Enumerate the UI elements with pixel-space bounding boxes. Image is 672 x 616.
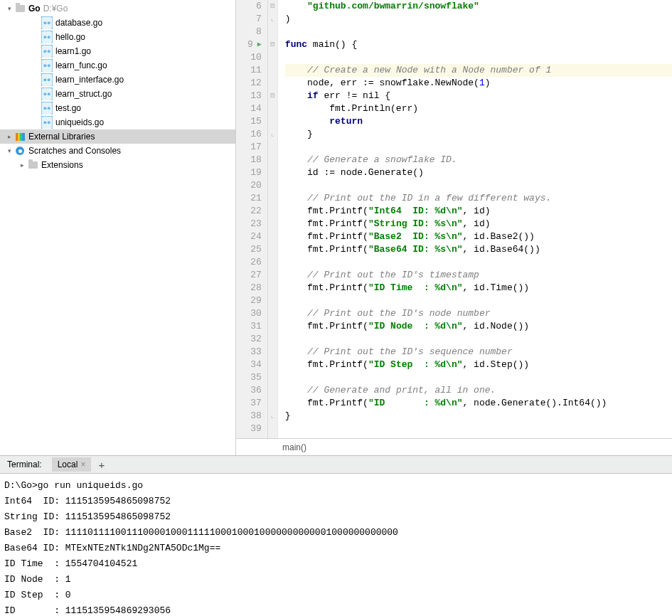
fold-marker[interactable] bbox=[268, 77, 277, 90]
terminal-line: ID Node : 1 bbox=[4, 572, 672, 588]
code-line[interactable]: fmt.Printf("Base2 ID: %s\n", id.Base2()) bbox=[285, 230, 672, 243]
breadcrumb[interactable]: main() bbox=[236, 438, 672, 455]
file-test-go[interactable]: ▸test.go bbox=[0, 101, 235, 115]
code-line[interactable]: // Create a new Node with a Node number … bbox=[285, 64, 672, 77]
fold-marker[interactable] bbox=[268, 359, 277, 371]
fold-marker[interactable] bbox=[268, 333, 277, 346]
fold-marker[interactable] bbox=[268, 423, 277, 435]
add-terminal-button[interactable]: + bbox=[91, 459, 112, 471]
code-line[interactable]: return bbox=[285, 115, 672, 128]
terminal-output[interactable]: D:\Go>go run uniqueids.goInt64 ID: 11151… bbox=[0, 474, 672, 616]
fold-marker[interactable] bbox=[268, 102, 277, 115]
code-line[interactable] bbox=[285, 26, 672, 38]
scratches-consoles[interactable]: ▾ Scratches and Consoles bbox=[0, 144, 235, 158]
code-editor[interactable]: "github.com/bwmarrin/snowflake")func mai… bbox=[278, 0, 672, 438]
file-uniqueids-go[interactable]: ▸uniqueids.go bbox=[0, 115, 235, 129]
extensions-folder[interactable]: ▸ Extensions bbox=[0, 158, 235, 172]
fold-marker[interactable] bbox=[268, 205, 277, 218]
code-line[interactable]: fmt.Printf("Int64 ID: %d\n", id) bbox=[285, 205, 672, 218]
fold-marker[interactable] bbox=[268, 282, 277, 294]
fold-marker[interactable] bbox=[268, 230, 277, 243]
code-line[interactable]: fmt.Printf("String ID: %s\n", id) bbox=[285, 218, 672, 230]
fold-marker[interactable] bbox=[268, 371, 277, 384]
project-tree[interactable]: ▾ Go D:¥Go ▸database.go▸hello.go▸learn1.… bbox=[0, 0, 236, 455]
line-gutter[interactable]: 6789▶10111213141516171819202122232425262… bbox=[236, 0, 268, 438]
fold-marker[interactable] bbox=[268, 384, 277, 397]
code-line[interactable]: // Print out the ID's sequence number bbox=[285, 346, 672, 359]
code-line[interactable]: } bbox=[285, 128, 672, 141]
file-database-go[interactable]: ▸database.go bbox=[0, 16, 235, 30]
code-line[interactable]: // Print out the ID's timestamp bbox=[285, 269, 672, 282]
code-line[interactable] bbox=[285, 179, 672, 192]
scratch-icon bbox=[14, 145, 26, 156]
file-learn_func-go[interactable]: ▸learn_func.go bbox=[0, 58, 235, 73]
code-line[interactable]: fmt.Printf("ID Node : %d\n", id.Node()) bbox=[285, 320, 672, 333]
code-line[interactable]: fmt.Println(err) bbox=[285, 102, 672, 115]
tree-root-go[interactable]: ▾ Go D:¥Go bbox=[0, 1, 235, 16]
svg-rect-12 bbox=[41, 73, 53, 87]
code-line[interactable]: ) bbox=[285, 13, 672, 26]
go-file-icon bbox=[41, 46, 53, 57]
fold-marker[interactable] bbox=[268, 26, 277, 38]
fold-marker[interactable] bbox=[268, 269, 277, 282]
close-icon[interactable]: × bbox=[80, 460, 85, 469]
fold-marker[interactable] bbox=[268, 51, 277, 64]
external-libraries[interactable]: ▸ External Libraries bbox=[0, 129, 235, 144]
code-line[interactable]: // Generate and print, all in one. bbox=[285, 384, 672, 397]
fold-marker[interactable] bbox=[268, 115, 277, 128]
fold-marker[interactable] bbox=[268, 179, 277, 192]
code-line[interactable]: "github.com/bwmarrin/snowflake" bbox=[285, 0, 672, 13]
fold-marker[interactable] bbox=[268, 307, 277, 320]
fold-marker[interactable] bbox=[268, 154, 277, 166]
svg-point-13 bbox=[43, 78, 46, 81]
fold-column[interactable]: ⊟⌞⊟⊟⌞⌞ bbox=[268, 0, 278, 438]
code-line[interactable]: fmt.Printf("ID : %d\n", node.Generate().… bbox=[285, 397, 672, 410]
file-hello-go[interactable]: ▸hello.go bbox=[0, 30, 235, 44]
file-label: test.go bbox=[55, 103, 81, 113]
code-line[interactable]: node, err := snowflake.NewNode(1) bbox=[285, 77, 672, 90]
code-line[interactable] bbox=[285, 371, 672, 384]
fold-marker[interactable] bbox=[268, 256, 277, 269]
file-label: learn1.go bbox=[55, 46, 91, 56]
code-line[interactable] bbox=[285, 294, 672, 307]
code-line[interactable]: fmt.Printf("Base64 ID: %s\n", id.Base64(… bbox=[285, 243, 672, 256]
fold-marker[interactable] bbox=[268, 192, 277, 205]
code-line[interactable]: // Print out the ID in a few different w… bbox=[285, 192, 672, 205]
code-line[interactable]: fmt.Printf("ID Time : %d\n", id.Time()) bbox=[285, 282, 672, 294]
fold-marker[interactable]: ⌞ bbox=[268, 128, 277, 141]
code-line[interactable]: if err != nil { bbox=[285, 90, 672, 102]
code-line[interactable] bbox=[285, 51, 672, 64]
file-learn1-go[interactable]: ▸learn1.go bbox=[0, 44, 235, 58]
fold-marker[interactable]: ⌞ bbox=[268, 410, 277, 423]
file-learn_struct-go[interactable]: ▸learn_struct.go bbox=[0, 87, 235, 101]
terminal-line: ID Step : 0 bbox=[4, 588, 672, 603]
fold-marker[interactable] bbox=[268, 397, 277, 410]
terminal-tab-local[interactable]: Local × bbox=[52, 457, 92, 472]
fold-marker[interactable] bbox=[268, 320, 277, 333]
code-line[interactable]: fmt.Printf("ID Step : %d\n", id.Step()) bbox=[285, 359, 672, 371]
fold-marker[interactable] bbox=[268, 294, 277, 307]
fold-marker[interactable] bbox=[268, 166, 277, 179]
svg-point-5 bbox=[48, 36, 50, 38]
fold-marker[interactable] bbox=[268, 141, 277, 154]
terminal-line: ID Time : 1554704104521 bbox=[4, 556, 672, 572]
code-line[interactable]: // Print out the ID's node number bbox=[285, 307, 672, 320]
fold-marker[interactable] bbox=[268, 64, 277, 77]
fold-marker[interactable]: ⌞ bbox=[268, 13, 277, 26]
code-line[interactable]: } bbox=[285, 410, 672, 423]
code-line[interactable]: id := node.Generate() bbox=[285, 166, 672, 179]
fold-marker[interactable]: ⊟ bbox=[268, 0, 277, 13]
run-icon[interactable]: ▶ bbox=[257, 38, 262, 51]
code-line[interactable] bbox=[285, 141, 672, 154]
fold-marker[interactable] bbox=[268, 243, 277, 256]
fold-marker[interactable] bbox=[268, 346, 277, 359]
code-line[interactable]: // Generate a snowflake ID. bbox=[285, 154, 672, 166]
code-line[interactable] bbox=[285, 333, 672, 346]
fold-marker[interactable]: ⊟ bbox=[268, 90, 277, 102]
fold-marker[interactable] bbox=[268, 218, 277, 230]
fold-marker[interactable]: ⊟ bbox=[268, 38, 277, 51]
file-learn_interface-go[interactable]: ▸learn_interface.go bbox=[0, 73, 235, 87]
code-line[interactable]: func main() { bbox=[285, 38, 672, 51]
code-line[interactable] bbox=[285, 423, 672, 435]
code-line[interactable] bbox=[285, 256, 672, 269]
